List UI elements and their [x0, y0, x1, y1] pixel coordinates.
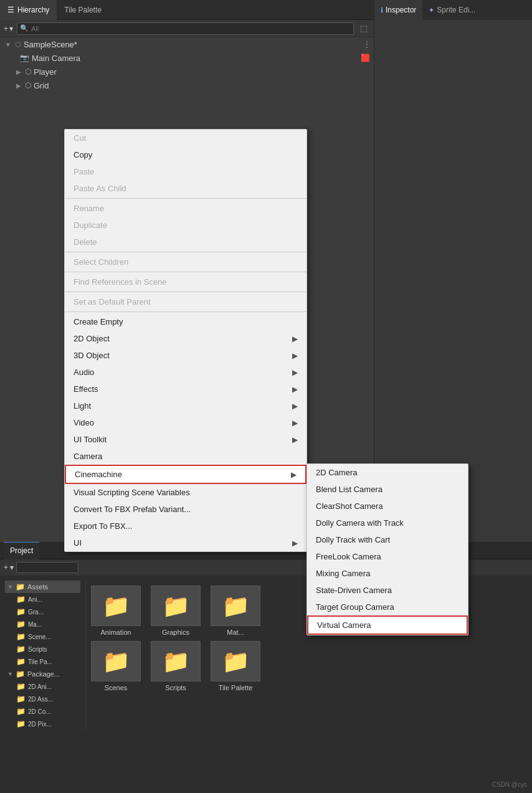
hierarchy-item-grid[interactable]: ▶ ⬡ Grid	[0, 78, 374, 92]
menu-item-ui[interactable]: UI ▶	[65, 534, 306, 551]
tab-project-label: Project	[10, 546, 33, 555]
menu-item-convert-fbx-label: Convert To FBX Prefab Variant...	[74, 505, 191, 514]
inspector-icon-right: ℹ	[381, 6, 383, 14]
menu-item-find-references[interactable]: Find References in Scene	[65, 273, 306, 290]
asset-item-tile-palette[interactable]: 📁 Tile Palette	[211, 641, 260, 691]
submenu-item-freelook-camera[interactable]: FreeLook Camera	[307, 548, 468, 565]
watermark: CSDN @cyc	[492, 781, 527, 788]
menu-item-export-fbx[interactable]: Export To FBX...	[65, 518, 306, 534]
menu-item-set-default-parent[interactable]: Set as Default Parent	[65, 293, 306, 310]
asset-item-scenes[interactable]: 📁 Scenes	[91, 641, 141, 691]
tree-item-2d-assets[interactable]: 📁 2D Ass...	[5, 693, 80, 705]
tab-hierarchy[interactable]: ☰ Hierarchy	[0, 0, 57, 20]
menu-item-cinemachine[interactable]: Cinemachine ▶	[65, 465, 306, 484]
tree-item-materials[interactable]: 📁 Ma...	[5, 618, 80, 630]
menu-item-duplicate[interactable]: Duplicate	[65, 217, 306, 234]
folder-icon: 📁	[16, 670, 25, 678]
menu-item-copy-label: Copy	[74, 150, 92, 159]
folder-icon: 📁	[16, 645, 26, 653]
menu-item-copy[interactable]: Copy	[65, 146, 306, 163]
menu-item-effects-label: Effects	[74, 384, 98, 394]
dropdown-icon: ▾	[10, 563, 14, 572]
tree-item-animations[interactable]: 📁 Ani...	[5, 593, 80, 605]
tab-project[interactable]: Project	[4, 542, 39, 559]
tree-item-label: 2D Pix...	[28, 721, 52, 728]
scene-more-icon[interactable]: ⋮	[363, 39, 371, 49]
menu-item-ui-label: UI	[74, 538, 82, 548]
menu-item-cut-label: Cut	[74, 133, 86, 143]
save-scene-button[interactable]: ⬚	[358, 22, 370, 35]
tab-sprite-editor-right[interactable]: ✦ Sprite Edi...	[422, 0, 482, 20]
submenu-item-target-group-camera[interactable]: Target Group Camera	[307, 599, 468, 615]
scene-root-item[interactable]: ▼ ⬡ SampleScene* ⋮	[0, 37, 374, 51]
hierarchy-item-player[interactable]: ▶ ⬡ Player	[0, 65, 374, 78]
item-label: Player	[34, 67, 57, 77]
menu-item-video[interactable]: Video ▶	[65, 414, 306, 431]
submenu-item-2d-camera[interactable]: 2D Camera	[307, 464, 468, 481]
menu-item-effects[interactable]: Effects ▶	[65, 381, 306, 397]
tree-item-label: Package...	[27, 670, 60, 678]
menu-item-convert-fbx[interactable]: Convert To FBX Prefab Variant...	[65, 501, 306, 518]
player-arrow-icon: ▶	[16, 69, 21, 75]
hierarchy-add-button[interactable]: + ▾	[4, 24, 13, 33]
tree-item-scripts[interactable]: 📁 Scripts	[5, 643, 80, 655]
tree-item-graphics[interactable]: 📁 Gra...	[5, 605, 80, 618]
menu-item-rename[interactable]: Rename	[65, 200, 306, 217]
tree-item-2d-common[interactable]: 📁 2D Co...	[5, 705, 80, 718]
tree-item-scenes[interactable]: 📁 Scene...	[5, 630, 80, 643]
menu-item-light[interactable]: Light ▶	[65, 397, 306, 414]
menu-item-3d-object[interactable]: 3D Object ▶	[65, 347, 306, 364]
menu-item-select-children[interactable]: Select Children	[65, 254, 306, 270]
menu-item-duplicate-label: Duplicate	[74, 221, 107, 230]
menu-item-audio[interactable]: Audio ▶	[65, 364, 306, 381]
tab-inspector-right[interactable]: ℹ Inspector	[374, 0, 422, 20]
folder-icon: 📁	[16, 695, 26, 703]
tree-item-2d-pixel[interactable]: 📁 2D Pix...	[5, 718, 80, 730]
asset-item-animations[interactable]: 📁 Animation	[91, 586, 141, 636]
project-add-button[interactable]: + ▾	[4, 563, 14, 572]
menu-item-visual-scripting[interactable]: Visual Scripting Scene Variables	[65, 484, 306, 501]
folder-icon: 📁	[16, 620, 26, 629]
asset-item-materials[interactable]: 📁 Mat...	[211, 586, 260, 636]
tree-item-tile-palette[interactable]: 📁 Tile Pa...	[5, 655, 80, 668]
submenu-item-dolly-camera-track[interactable]: Dolly Camera with Track	[307, 515, 468, 531]
tree-item-packages[interactable]: ▼ 📁 Package...	[5, 668, 80, 680]
tree-item-2d-animations[interactable]: 📁 2D Ani...	[5, 680, 80, 693]
tree-item-label: Ma...	[28, 621, 42, 628]
submenu-arrow-icon: ▶	[292, 435, 298, 444]
asset-label-scripts: Scripts	[165, 684, 186, 691]
menu-item-paste[interactable]: Paste	[65, 163, 306, 180]
tree-arrow-icon: ▼	[7, 584, 13, 590]
tree-item-label: 2D Ass...	[28, 696, 53, 703]
menu-item-delete[interactable]: Delete	[65, 234, 306, 250]
menu-item-paste-as-child[interactable]: Paste As Child	[65, 180, 306, 197]
submenu-arrow-icon: ▶	[292, 539, 298, 548]
menu-item-create-empty[interactable]: Create Empty	[65, 313, 306, 330]
submenu-item-state-driven-camera[interactable]: State-Driven Camera	[307, 582, 468, 599]
hierarchy-search-box: 🔍	[17, 22, 354, 35]
scene-icon: ⬡	[15, 40, 21, 49]
asset-item-graphics[interactable]: 📁 Graphics	[151, 586, 201, 636]
tree-item-label: Scripts	[28, 646, 47, 653]
submenu-item-virtual-camera[interactable]: Virtual Camera	[307, 615, 468, 635]
tree-item-label: Tile Pa...	[28, 658, 52, 665]
tab-tile-palette[interactable]: Tile Palette	[57, 0, 109, 20]
search-icon: 🔍	[20, 24, 29, 32]
submenu-item-clearshot-camera[interactable]: ClearShot Camera	[307, 498, 468, 515]
submenu-item-blend-list-camera[interactable]: Blend List Camera	[307, 481, 468, 498]
menu-item-2d-object[interactable]: 2D Object ▶	[65, 330, 306, 347]
tree-item-label: Scene...	[28, 634, 51, 640]
hierarchy-item-main-camera[interactable]: 📷 Main Camera 🟥	[0, 51, 374, 65]
tree-item-label: Assets	[27, 583, 48, 591]
menu-item-camera[interactable]: Camera	[65, 448, 306, 465]
hierarchy-search-input[interactable]	[31, 25, 351, 32]
menu-item-cut[interactable]: Cut	[65, 130, 306, 146]
menu-item-audio-label: Audio	[74, 368, 94, 377]
project-search-input[interactable]	[19, 564, 69, 571]
menu-item-3d-object-label: 3D Object	[74, 351, 110, 360]
asset-item-scripts[interactable]: 📁 Scripts	[151, 641, 201, 691]
submenu-item-mixing-camera[interactable]: Mixing Camera	[307, 565, 468, 582]
submenu-item-dolly-track-cart[interactable]: Dolly Track with Cart	[307, 531, 468, 548]
menu-item-ui-toolkit[interactable]: UI Toolkit ▶	[65, 431, 306, 448]
tree-item-assets[interactable]: ▼ 📁 Assets	[5, 581, 80, 593]
